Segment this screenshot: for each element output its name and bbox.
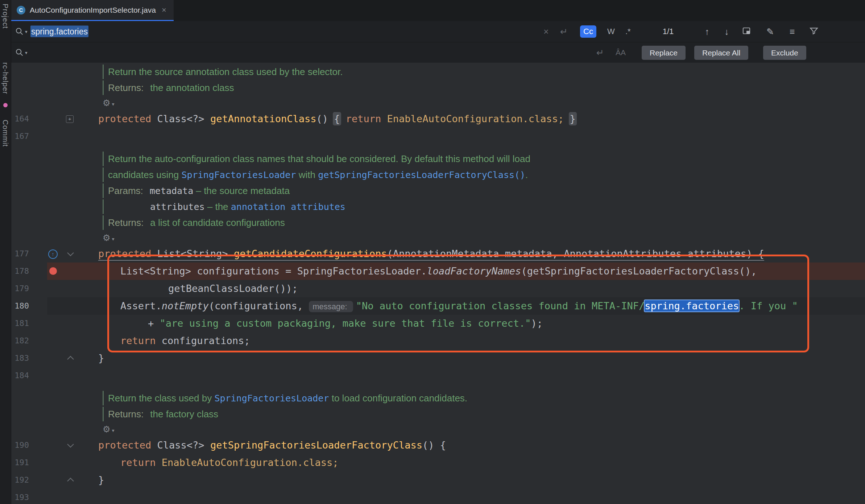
fold-chevron-up-icon[interactable]: [67, 478, 74, 484]
newline-icon[interactable]: ↵: [560, 26, 568, 37]
token: List<String>: [157, 248, 234, 259]
token: SpringFactoriesLoader: [181, 170, 296, 180]
token: );: [531, 318, 543, 329]
fold-chevron-down-icon[interactable]: [67, 441, 74, 447]
gear-line: ⚙▾: [11, 422, 865, 437]
line-number-183[interactable]: 183: [11, 350, 29, 367]
regex-toggle[interactable]: .*: [622, 25, 634, 38]
token: return: [346, 113, 387, 124]
ide-window: Project rc-helper Commit C AutoConfigura…: [0, 0, 865, 504]
chevron-down-icon: ▾: [25, 29, 28, 34]
line-number-167[interactable]: 167: [11, 128, 29, 145]
rail-item-project[interactable]: Project: [1, 4, 9, 29]
token: EnableAutoConfiguration.class;: [162, 457, 339, 468]
words-toggle[interactable]: W: [604, 25, 618, 38]
open-in-tool-window-icon[interactable]: [742, 26, 751, 37]
filter-lines-icon[interactable]: ≡: [790, 26, 795, 37]
search-in-selection-icon[interactable]: ✎: [766, 26, 774, 37]
line-number-190[interactable]: 190: [11, 437, 29, 454]
replace-button[interactable]: Replace: [642, 46, 686, 60]
doc-line: attributes – the annotation attributes: [11, 199, 865, 215]
code-line-180: 180Assert.notEmpty(configurations, messa…: [11, 297, 865, 315]
token: List<String> configurations = SpringFact…: [120, 265, 427, 277]
chevron-down-icon: ▾: [112, 236, 115, 242]
exclude-button[interactable]: Exclude: [763, 46, 806, 60]
previous-match-icon[interactable]: ↑: [705, 26, 709, 37]
token: (getSpringFactoriesLoaderFactoryClass(),: [521, 265, 757, 277]
token: Params:: [108, 185, 143, 196]
breakpoint-icon[interactable]: [49, 267, 57, 275]
line-content: return configurations;: [120, 332, 865, 350]
line-number-177[interactable]: 177: [11, 245, 29, 263]
overriding-method-icon[interactable]: ↑: [48, 249, 58, 259]
code-line-178: 178List<String> configurations = SpringF…: [11, 263, 865, 280]
token: getBeanClassLoader());: [168, 283, 298, 294]
fold-chevron-up-icon[interactable]: [67, 356, 74, 362]
line-number-191[interactable]: 191: [11, 454, 29, 471]
line-content: attributes – the annotation attributes: [150, 199, 865, 215]
doc-line: Returns:the annotation class: [11, 80, 865, 96]
line-number-178[interactable]: 178: [11, 263, 29, 280]
chevron-down-icon: ▾: [112, 101, 115, 107]
find-toolbar: ▾ spring.factories × ↵ Cc W .* 1/1 ↑ ↓ ✎…: [11, 21, 865, 42]
token: protected: [98, 439, 157, 451]
doc-render-settings-icon[interactable]: ⚙▾: [103, 422, 115, 438]
token: Assert.: [120, 300, 162, 311]
line-content: }: [98, 471, 865, 489]
doc-line: Return the class used by SpringFactories…: [11, 390, 865, 406]
line-number-192[interactable]: 192: [11, 471, 29, 489]
token: }: [98, 474, 104, 486]
token: Class<?>: [157, 439, 210, 451]
match-case-toggle[interactable]: Cc: [580, 25, 596, 38]
search-input[interactable]: spring.factories: [30, 27, 88, 37]
line-number-179[interactable]: 179: [11, 280, 29, 297]
code-editor[interactable]: Return the source annotation class used …: [11, 63, 865, 504]
doc-line: Return the source annotation class used …: [11, 64, 865, 80]
replace-newline-icon[interactable]: ↵: [596, 47, 604, 58]
doc-line: Params:metadata – the source metadata: [11, 183, 865, 199]
line-content: Return the source annotation class used …: [108, 64, 865, 80]
doc-block-bar: [103, 391, 104, 405]
rail-item-commit[interactable]: Commit: [1, 120, 9, 147]
search-icon[interactable]: ▾: [15, 27, 28, 36]
editor-lines: Return the source annotation class used …: [11, 64, 865, 504]
line-number-180[interactable]: 180: [11, 297, 29, 315]
next-match-icon[interactable]: ↓: [724, 26, 729, 37]
token: return: [120, 457, 162, 468]
rail-item-rc-helper[interactable]: rc-helper: [1, 62, 9, 94]
token: spring.factories: [645, 300, 739, 311]
token: (AnnotationMetadata metadata, Annotation…: [387, 248, 764, 259]
fold-chevron-down-icon[interactable]: [67, 249, 74, 256]
token: message:: [309, 301, 353, 312]
token: . If you ": [739, 300, 798, 311]
preserve-case-toggle[interactable]: ÂA: [616, 48, 626, 57]
token: return: [120, 335, 162, 346]
token: with: [296, 169, 318, 180]
line-content: Return the auto-configuration class name…: [108, 151, 865, 167]
line-number-182[interactable]: 182: [11, 332, 29, 350]
line-number-181[interactable]: 181: [11, 315, 29, 332]
line-content: + "are using a custom packaging, make su…: [148, 315, 865, 332]
line-content: protected Class<?> getSpringFactoriesLoa…: [98, 437, 865, 454]
tab-close-icon[interactable]: ×: [162, 5, 166, 15]
replace-all-button[interactable]: Replace All: [694, 46, 748, 60]
token: SpringFactoriesLoader: [214, 393, 329, 404]
tab-title: AutoConfigurationImportSelector.java: [30, 6, 156, 15]
line-number-184[interactable]: 184: [11, 367, 29, 384]
token: Returns:: [108, 82, 144, 93]
token: to load configuration candidates.: [329, 393, 467, 404]
clear-search-icon[interactable]: ×: [543, 26, 549, 37]
line-content: Params:metadata – the source metadata: [108, 183, 865, 199]
line-number-193[interactable]: 193: [11, 489, 29, 504]
token: the annotation class: [150, 82, 234, 93]
editor-tab-active[interactable]: C AutoConfigurationImportSelector.java ×: [11, 0, 174, 21]
doc-render-settings-icon[interactable]: ⚙▾: [103, 96, 115, 111]
doc-render-settings-icon[interactable]: ⚙▾: [103, 231, 115, 246]
java-class-icon: C: [17, 6, 25, 15]
code-line-192: 192}: [11, 471, 865, 489]
fold-expand-icon[interactable]: +: [66, 115, 74, 123]
editor-tab-bar: C AutoConfigurationImportSelector.java ×: [11, 0, 865, 21]
spacer-line: [11, 145, 865, 151]
filter-funnel-icon[interactable]: [809, 26, 819, 37]
line-number-164[interactable]: 164: [11, 110, 29, 128]
